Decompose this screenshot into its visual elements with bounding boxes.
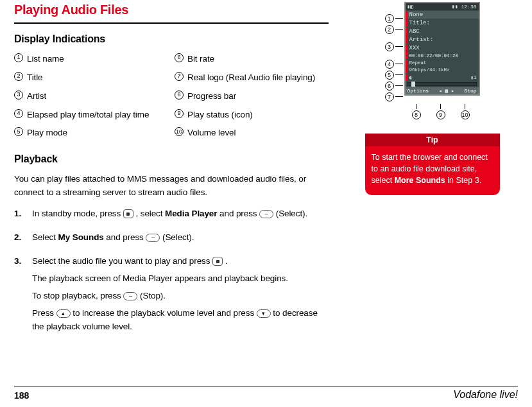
indication-label-9: Play status (icon)	[187, 108, 253, 122]
steps-list: 1. In standby mode, press , select Media…	[14, 207, 329, 337]
indication-label-6: Bit rate	[187, 53, 214, 66]
screen-mode: Repeat	[406, 60, 479, 66]
softkey-stop: Stop	[464, 88, 476, 94]
indication-num-10: 10	[175, 127, 184, 136]
step-1: 1. In standby mode, press , select Media…	[14, 207, 329, 225]
indication-num-4: 4	[14, 109, 23, 118]
side-content: 1 2 3 4 5 6 7 ▮◧ ▮▮ 12:30 None Title: AB…	[347, 22, 518, 195]
center-key-icon	[212, 257, 223, 266]
step-3-sub3a: Press	[32, 308, 56, 318]
indication-2: 2 Title	[14, 71, 168, 85]
indication-7: 7 Real logo (Real Audio file playing)	[175, 71, 329, 85]
step-3-text-b: .	[225, 256, 228, 266]
main-content: Display Indications 1 List name 6 Bit ra…	[14, 22, 329, 338]
step-3-sub1: The playback screen of Media Player appe…	[32, 272, 329, 286]
page-number: 188	[14, 390, 29, 401]
indication-6: 6 Bit rate	[175, 53, 329, 66]
footer-brand: Vodafone live!	[453, 389, 518, 401]
indication-label-2: Title	[27, 71, 43, 85]
phone-mock-container: 1 2 3 4 5 6 7 ▮◧ ▮▮ 12:30 None Title: AB…	[385, 22, 480, 119]
softkey-right-icon: –	[123, 292, 137, 300]
screen-list-name: None	[406, 11, 479, 19]
callout-8: 8	[412, 110, 421, 119]
tip-text-c: in Step 3.	[447, 176, 481, 185]
step-3-number: 3.	[14, 255, 26, 338]
indication-num-3: 3	[14, 91, 23, 100]
indication-label-8: Progress bar	[187, 90, 236, 103]
indication-label-10: Volume level	[187, 126, 236, 140]
bottom-callouts: 8 9 10	[402, 104, 480, 119]
indication-5: 5 Play mode	[14, 126, 168, 140]
indication-num-7: 7	[175, 72, 184, 81]
step-3-text-a: Select the audio file you want to play a…	[32, 256, 212, 266]
status-right: ▮▮ 12:30	[452, 4, 476, 10]
playback-heading: Playback	[14, 152, 329, 168]
indications-grid: 1 List name 6 Bit rate 2 Title 7 Real lo…	[14, 53, 329, 141]
section-rule	[14, 22, 329, 24]
callout-2: 2	[385, 25, 394, 34]
step-1-text-e: (Select).	[276, 209, 307, 218]
screen-artist-label: Artist:	[406, 36, 479, 44]
indication-9: 9 Play status (icon)	[175, 108, 329, 122]
step-2-number: 2.	[14, 231, 26, 248]
indication-num-1: 1	[14, 53, 23, 62]
indication-8: 8 Progress bar	[175, 90, 329, 103]
step-1-text-b: , select	[135, 209, 165, 218]
screen-progress-row	[406, 81, 479, 87]
player-screen: ▮◧ ▮▮ 12:30 None Title: ABC Artist: XXX …	[404, 2, 480, 96]
softkey-left-icon: –	[259, 210, 273, 218]
tip-header: Tip	[365, 134, 500, 146]
indication-3: 3 Artist	[14, 90, 168, 103]
callout-5: 5	[385, 71, 394, 80]
page-footer: 188 Vodafone live!	[14, 386, 518, 401]
step-1-text-a: In standby mode, press	[32, 209, 123, 218]
indication-num-6: 6	[175, 53, 184, 62]
progress-bar	[408, 82, 477, 86]
center-key-icon	[123, 209, 133, 218]
real-logo-icon: ◐	[409, 74, 413, 80]
tip-body: To start the browser and connect to an a…	[365, 146, 500, 195]
screen-volume: ▮1	[470, 74, 476, 80]
callout-10: 10	[461, 110, 470, 119]
callout-4: 4	[385, 60, 394, 69]
softkey-options: Options	[408, 88, 429, 94]
tip-more-sounds: More Sounds	[395, 176, 445, 185]
step-3-sub2b: (Stop).	[140, 291, 166, 300]
screen-time: 00:00:22/00:04:20	[406, 53, 479, 59]
callout-1: 1	[385, 14, 394, 23]
status-left: ▮◧	[408, 4, 414, 10]
indication-label-5: Play mode	[27, 126, 67, 140]
step-3-sub2a: To stop playback, press	[32, 291, 123, 300]
callout-6: 6	[385, 82, 394, 91]
screen-title-label: Title:	[406, 19, 479, 27]
volume-down-key-icon: ▾	[257, 309, 271, 318]
step-2-my-sounds: My Sounds	[58, 232, 104, 242]
step-2-text-a: Select	[32, 232, 58, 242]
step-3: 3. Select the audio file you want to pla…	[14, 255, 329, 338]
callout-7: 7	[385, 92, 394, 101]
callout-9: 9	[436, 110, 445, 119]
playback-intro: You can play files attached to MMS messa…	[14, 173, 329, 200]
step-1-text-d: and press	[219, 209, 259, 218]
screen-artist-value: XXX	[406, 44, 479, 52]
screen-softkeys: Options ◂ ▦ ▸ Stop	[406, 87, 479, 94]
indication-num-8: 8	[175, 91, 184, 100]
indication-label-1: List name	[27, 53, 64, 66]
indication-1: 1 List name	[14, 53, 168, 66]
screen-statusbar: ▮◧ ▮▮ 12:30	[406, 3, 479, 10]
screen-title-value: ABC	[406, 28, 479, 35]
indication-num-9: 9	[175, 109, 184, 118]
tip-box: Tip To start the browser and connect to …	[365, 134, 500, 195]
step-2-text-d: (Select).	[162, 232, 194, 242]
step-2: 2. Select My Sounds and press – (Select)…	[14, 231, 329, 248]
display-indications-heading: Display Indications	[14, 31, 329, 48]
side-callouts: 1 2 3 4 5 6 7	[385, 2, 403, 101]
softkey-left-icon: –	[146, 234, 160, 242]
indication-label-4: Elapsed play time/total play time	[27, 108, 149, 122]
indication-num-5: 5	[14, 127, 23, 136]
volume-up-key-icon: ▴	[56, 309, 71, 318]
step-2-text-c: and press	[106, 232, 146, 242]
step-1-media-player: Media Player	[165, 209, 217, 218]
indication-4: 4 Elapsed play time/total play time	[14, 108, 168, 122]
screen-rate: 96kbps/44.1kHz	[406, 67, 479, 73]
